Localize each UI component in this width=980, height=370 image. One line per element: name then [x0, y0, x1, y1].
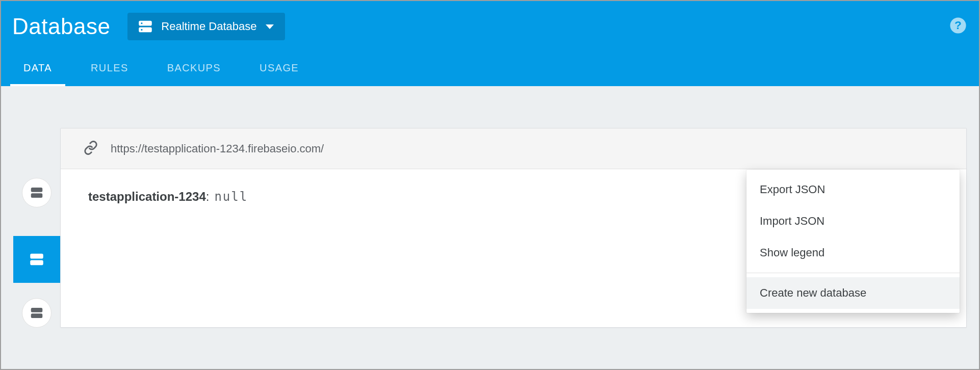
database-icon	[28, 251, 45, 268]
help-icon: ?	[949, 17, 967, 34]
chevron-down-icon	[266, 24, 274, 29]
page-title: Database	[12, 14, 110, 39]
node-value: null	[214, 190, 248, 204]
node-key: testapplication-1234	[88, 190, 206, 204]
link-icon	[83, 140, 98, 157]
database-icon	[29, 305, 44, 321]
tab-backups[interactable]: BACKUPS	[154, 52, 234, 86]
database-instance-rail	[13, 128, 60, 328]
database-instance-button[interactable]	[22, 298, 51, 328]
svg-rect-0	[139, 21, 152, 26]
help-button[interactable]: ?	[949, 17, 967, 36]
database-icon	[29, 185, 44, 200]
overflow-menu: Export JSON Import JSON Show legend Crea…	[746, 170, 960, 313]
tab-data[interactable]: DATA	[10, 52, 65, 86]
database-url[interactable]: https://testapplication-1234.firebaseio.…	[111, 142, 324, 155]
svg-point-2	[141, 22, 143, 24]
database-instance-button-active[interactable]	[13, 236, 60, 283]
menu-item-create-new-database[interactable]: Create new database	[746, 277, 960, 309]
svg-text:?: ?	[955, 18, 962, 32]
menu-group: Export JSON Import JSON Show legend	[746, 170, 960, 273]
svg-point-3	[141, 29, 143, 31]
database-icon	[137, 18, 154, 35]
menu-group: Create new database	[746, 273, 960, 313]
tab-usage[interactable]: USAGE	[246, 52, 312, 86]
content: https://testapplication-1234.firebaseio.…	[1, 128, 979, 328]
svg-rect-6	[31, 188, 43, 192]
svg-rect-9	[30, 260, 43, 265]
database-instance-button[interactable]	[22, 178, 51, 207]
svg-rect-7	[31, 193, 43, 198]
node-colon: :	[206, 190, 210, 204]
svg-rect-1	[139, 27, 152, 32]
url-bar: https://testapplication-1234.firebaseio.…	[61, 128, 966, 169]
svg-rect-8	[30, 254, 43, 259]
svg-rect-11	[31, 313, 43, 318]
header-top: Database Realtime Database ?	[1, 1, 979, 52]
tab-rules[interactable]: RULES	[78, 52, 142, 86]
database-selector-dropdown[interactable]: Realtime Database	[127, 13, 285, 40]
menu-item-export-json[interactable]: Export JSON	[746, 174, 960, 205]
menu-item-import-json[interactable]: Import JSON	[746, 205, 960, 237]
database-selector-label: Realtime Database	[161, 20, 256, 33]
tabs: DATA RULES BACKUPS USAGE	[1, 52, 979, 86]
svg-rect-10	[31, 308, 43, 312]
menu-item-show-legend[interactable]: Show legend	[746, 237, 960, 269]
header: Database Realtime Database ? DATA RULES …	[1, 1, 979, 86]
